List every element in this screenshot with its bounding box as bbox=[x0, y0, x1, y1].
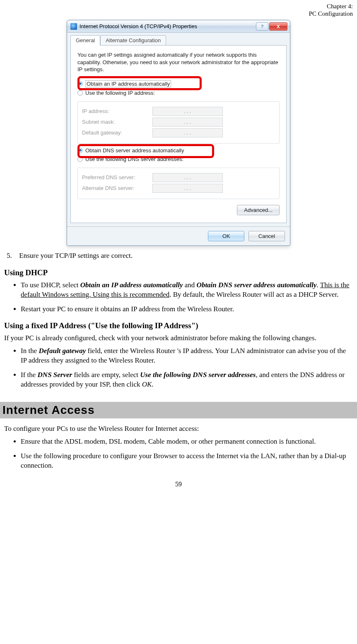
dialog-footer: OK Cancel bbox=[67, 226, 290, 245]
radio-manual-dns[interactable] bbox=[77, 156, 83, 162]
tab-pane: You can get IP settings assigned automat… bbox=[70, 45, 287, 223]
advanced-button[interactable]: Advanced... bbox=[237, 205, 280, 215]
advanced-row: Advanced... bbox=[77, 202, 280, 216]
fixed-list: In the Default gateway field, enter the … bbox=[4, 346, 353, 389]
tcpip-dialog: Internet Protocol Version 4 (TCP/IPv4) P… bbox=[67, 20, 290, 246]
radio-auto-ip-row[interactable]: Obtain an IP address automatically bbox=[77, 79, 280, 89]
step-5: 5. Ensure your TCP/IP settings are corre… bbox=[7, 252, 353, 260]
radio-manual-ip[interactable] bbox=[77, 90, 83, 96]
subnet-field: Subnet mask: . . . bbox=[82, 118, 275, 127]
pref-dns-field: Preferred DNS server: . . . bbox=[82, 173, 275, 182]
pref-dns-input[interactable]: . . . bbox=[152, 173, 223, 182]
tab-alt-config[interactable]: Alternate Configuration bbox=[100, 35, 166, 46]
cancel-button[interactable]: Cancel bbox=[248, 231, 285, 241]
alt-dns-input[interactable]: . . . bbox=[152, 184, 223, 193]
fixed-intro: If your PC is already configured, check … bbox=[4, 334, 353, 343]
step-text: Ensure your TCP/IP settings are correct. bbox=[19, 252, 133, 260]
page-header: Chapter 4: PC Configuration bbox=[4, 0, 353, 18]
titlebar: Internet Protocol Version 4 (TCP/IPv4) P… bbox=[67, 20, 290, 33]
dialog-body: General Alternate Configuration You can … bbox=[67, 33, 290, 226]
tab-general[interactable]: General bbox=[70, 35, 100, 46]
step-number: 5. bbox=[7, 252, 17, 260]
radio-auto-dns[interactable] bbox=[77, 148, 83, 153]
chapter-label: Chapter 4: bbox=[4, 2, 353, 10]
tabs: General Alternate Configuration bbox=[70, 35, 287, 46]
radio-auto-dns-label: Obtain DNS server address automatically bbox=[85, 147, 184, 154]
subnet-label: Subnet mask: bbox=[82, 119, 152, 125]
radio-manual-dns-label: Use the following DNS server addresses: bbox=[85, 156, 183, 162]
ia-list: Ensure that the ADSL modem, DSL modem, C… bbox=[4, 437, 353, 471]
gateway-field: Default gateway: . . . bbox=[82, 128, 275, 137]
dialog-title: Internet Protocol Version 4 (TCP/IPv4) P… bbox=[80, 23, 255, 29]
list-item: If the DNS Server fields are empty, sele… bbox=[21, 370, 353, 389]
ip-input[interactable]: . . . bbox=[152, 107, 223, 116]
list-item: Restart your PC to ensure it obtains an … bbox=[21, 305, 353, 314]
subnet-input[interactable]: . . . bbox=[152, 118, 223, 127]
ip-label: IP address: bbox=[82, 108, 152, 114]
app-icon bbox=[70, 23, 77, 30]
radio-manual-dns-row[interactable]: Use the following DNS server addresses: bbox=[77, 155, 280, 163]
list-item: Use the following procedure to configure… bbox=[21, 452, 353, 471]
close-button[interactable]: X bbox=[269, 22, 287, 31]
radio-auto-ip[interactable] bbox=[77, 81, 83, 87]
list-item: Ensure that the ADSL modem, DSL modem, C… bbox=[21, 437, 353, 447]
ip-field: IP address: . . . bbox=[82, 107, 275, 116]
pref-dns-label: Preferred DNS server: bbox=[82, 174, 152, 180]
list-item: In the Default gateway field, enter the … bbox=[21, 346, 353, 365]
radio-manual-ip-label: Use the following IP address: bbox=[85, 90, 155, 96]
dhcp-list: To use DHCP, select Obtain an IP address… bbox=[4, 281, 353, 314]
alt-dns-label: Alternate DNS server: bbox=[82, 185, 152, 191]
gateway-input[interactable]: . . . bbox=[152, 128, 223, 137]
gateway-label: Default gateway: bbox=[82, 130, 152, 136]
ok-button[interactable]: OK bbox=[208, 231, 244, 241]
radio-auto-ip-label: Obtain an IP address automatically bbox=[85, 80, 171, 87]
radio-auto-dns-row[interactable]: Obtain DNS server address automatically bbox=[77, 146, 280, 155]
intro-text: You can get IP settings assigned automat… bbox=[77, 51, 280, 73]
radio-manual-ip-row[interactable]: Use the following IP address: bbox=[77, 89, 280, 97]
alt-dns-field: Alternate DNS server: . . . bbox=[82, 184, 275, 193]
ip-group: IP address: . . . Subnet mask: . . . Def… bbox=[77, 101, 280, 144]
dns-group: Preferred DNS server: . . . Alternate DN… bbox=[77, 168, 280, 199]
ia-intro: To configure your PCs to use the Wireles… bbox=[4, 424, 353, 434]
section-internet-access: Internet Access bbox=[0, 402, 357, 418]
heading-fixed-ip: Using a fixed IP Address ("Use the follo… bbox=[4, 321, 353, 330]
help-button[interactable]: ? bbox=[256, 22, 268, 31]
list-item: To use DHCP, select Obtain an IP address… bbox=[21, 281, 353, 300]
page-number: 59 bbox=[4, 481, 353, 488]
heading-dhcp: Using DHCP bbox=[4, 268, 353, 277]
chapter-title: PC Configuration bbox=[4, 10, 353, 17]
window-buttons: ? X bbox=[255, 22, 287, 31]
